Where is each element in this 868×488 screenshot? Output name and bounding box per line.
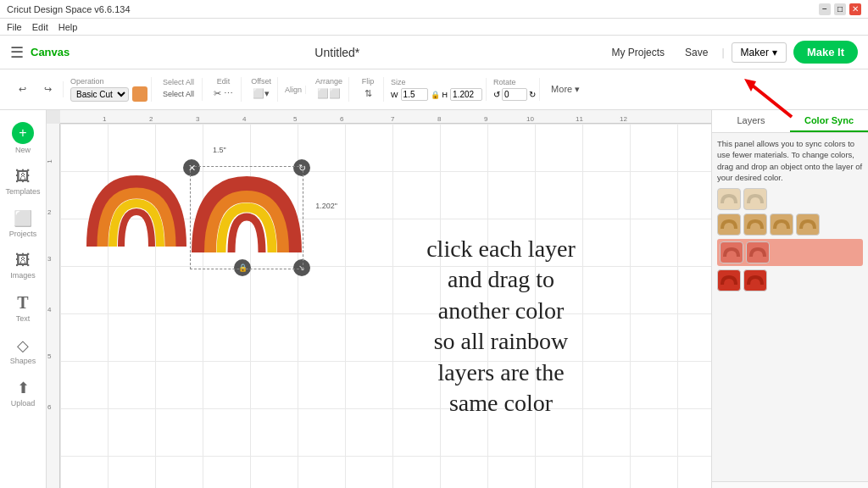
color-sync-row-1 [717,188,863,210]
size-h-input[interactable] [450,88,482,101]
color-chip-salmon-1[interactable] [720,241,743,263]
arrange-label: Arrange [315,77,342,86]
more-section: More ▾ [543,81,587,97]
offset-label: Offset [251,77,271,86]
header-right: My Projects Save | Maker ▾ Make It [604,41,858,64]
mini-rainbow-6 [799,219,816,230]
arrange-section: Arrange ⬜⬜ [309,77,349,102]
minimize-button[interactable]: − [819,3,831,15]
size-label: Size [391,78,406,86]
rainbow-right[interactable]: ✕ ↻ 🔒 ↘ 1.5" 1.202" [192,168,302,268]
menu-help[interactable]: Help [58,22,78,32]
color-chip-tan-2[interactable] [743,214,767,236]
mini-rainbow-5 [773,219,790,230]
white-canvas: ✕ ↻ 🔒 ↘ 1.5" 1.202" click each layerand … [60,124,711,488]
size-w-input[interactable] [401,88,428,101]
hamburger-button[interactable]: ☰ [10,43,24,62]
operation-color-swatch[interactable] [132,86,147,102]
color-chip-tan-4[interactable] [796,214,820,236]
edit-button[interactable]: ✂ ⋯ [209,86,237,102]
ruler-horizontal: 1 2 3 4 5 6 7 8 9 10 11 12 [60,110,711,124]
separator: | [721,47,724,58]
lock-icon[interactable]: 🔒 [431,91,440,99]
arrange-button[interactable]: ⬜⬜ [313,86,345,102]
panel-description: This panel allows you to sync colors to … [717,138,863,183]
color-chip-tan-3[interactable] [770,214,793,236]
sidebar-text-label: Text [16,314,31,323]
document-title: Untitled* [314,46,359,59]
my-projects-button[interactable]: My Projects [604,43,671,62]
flip-button[interactable]: ⇅ [356,86,380,102]
size-group: Size W 🔒 H [391,78,482,101]
close-button[interactable]: ✕ [849,3,861,15]
rotate-controls: ↺ ↻ [493,88,536,101]
maker-button[interactable]: Maker ▾ [732,42,787,63]
shapes-icon: ◇ [17,336,29,355]
sidebar-item-projects[interactable]: ⬜ Projects [2,204,44,243]
title-left: Cricut Design Space v6.6.134 [7,4,131,14]
sidebar-item-text[interactable]: T Text [2,288,44,328]
menu-edit[interactable]: Edit [32,22,48,32]
offset-section: Offset ⬜▾ [245,77,278,102]
scale-handle[interactable]: ↘ [293,259,310,276]
maximize-button[interactable]: □ [834,3,846,15]
mini-rainbow-7 [723,247,740,258]
rainbow-left-svg [86,166,187,259]
ruler-vnum-4: 4 [47,306,51,313]
ruler-num-4: 4 [242,115,246,123]
undo-button[interactable]: ↩ [10,81,34,97]
sidebar-images-label: Images [10,271,36,280]
edit-section: Edit ✂ ⋯ [206,77,242,102]
rotate-ccw-button[interactable]: ↺ [493,90,500,99]
rotate-label: Rotate [493,78,516,86]
mini-rainbow-10 [747,274,764,286]
tab-color-sync[interactable]: Color Sync [790,110,868,132]
size-inputs: W 🔒 H [391,88,482,101]
ruler-num-8: 8 [437,115,441,123]
delete-handle[interactable]: ✕ [183,159,200,176]
make-it-button[interactable]: Make It [793,41,858,64]
sidebar-item-upload[interactable]: ⬆ Upload [2,374,44,413]
color-chip-beige-1[interactable] [717,188,741,210]
ruler-vnum-6: 6 [47,403,51,411]
rainbow-left[interactable] [86,166,187,262]
offset-group: Offset ⬜▾ [248,77,274,102]
lock-handle[interactable]: 🔒 [234,259,251,276]
menu-file[interactable]: File [7,22,22,32]
new-icon: + [12,122,34,144]
flip-label: Flip [362,77,375,86]
mini-rainbow-9 [721,274,737,286]
color-chip-beige-2[interactable] [743,188,767,210]
operation-select[interactable]: Basic Cut [70,87,129,102]
offset-button[interactable]: ⬜▾ [248,86,274,102]
sidebar-item-templates[interactable]: 🖼 Templates [2,163,44,201]
color-chip-tan-1[interactable] [717,214,741,236]
ruler-num-9: 9 [484,115,487,123]
rainbow-right-svg [192,168,302,265]
operation-control: Basic Cut [70,86,147,102]
ruler-num-2: 2 [149,115,153,123]
ruler-num-3: 3 [196,115,199,123]
color-chip-red-1[interactable] [717,269,741,291]
sidebar-shapes-label: Shapes [10,357,36,365]
color-chip-salmon-2[interactable] [746,241,770,263]
more-button[interactable]: More ▾ [547,81,584,97]
panel-content: This panel allows you to sync colors to … [712,133,868,481]
ruler-vertical: 1 2 3 4 5 6 [47,124,60,488]
rotate-cw-button[interactable]: ↻ [529,90,536,99]
rotate-input[interactable] [502,88,527,101]
ruler-vnum-1: 1 [47,159,53,163]
sidebar-item-images[interactable]: 🖼 Images [2,247,44,285]
select-all-button[interactable]: Select All [159,87,198,101]
color-chip-red-2[interactable] [743,269,767,291]
save-button[interactable]: Save [678,43,715,62]
rotate-handle[interactable]: ↻ [293,159,310,176]
redo-button[interactable]: ↪ [36,81,59,97]
projects-icon: ⬜ [14,209,32,228]
select-all-section: Select All Select All [155,78,203,101]
operation-section: Operation Basic Cut [67,77,152,102]
sidebar-item-shapes[interactable]: ◇ Shapes [2,331,44,370]
text-icon: T [17,293,28,313]
ruler-num-11: 11 [576,115,583,123]
sidebar-item-new[interactable]: + New [2,117,44,159]
